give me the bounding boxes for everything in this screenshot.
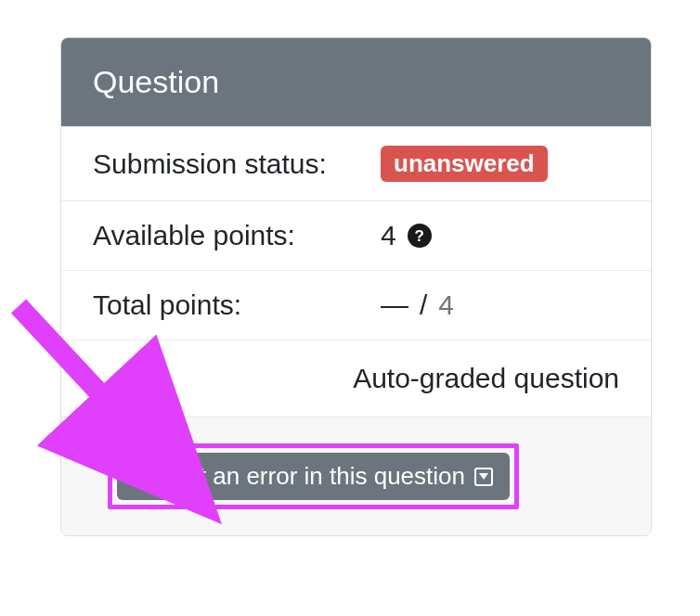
total-points-slash: / (420, 289, 427, 321)
total-points-dash: — (381, 289, 408, 321)
available-points-label: Available points: (93, 220, 381, 251)
auto-graded-row: Auto-graded question (61, 340, 651, 417)
submission-status-value: unanswered (381, 146, 548, 182)
total-points-row: Total points: — /4 (61, 270, 651, 340)
auto-graded-text: Auto-graded question (353, 363, 619, 393)
total-points-value: — /4 (381, 289, 454, 321)
submission-status-row: Submission status: unanswered (61, 126, 651, 200)
status-badge: unanswered (381, 146, 548, 182)
report-error-button[interactable]: Report an error in this question (117, 453, 510, 500)
question-card: Question Submission status: unanswered A… (60, 37, 652, 536)
caret-down-icon (474, 468, 493, 486)
submission-status-label: Submission status: (93, 148, 381, 180)
card-footer: Report an error in this question (61, 417, 651, 535)
report-highlight-box: Report an error in this question (108, 443, 519, 509)
card-header: Question (61, 38, 651, 126)
card-title: Question (93, 64, 219, 99)
total-points-label: Total points: (93, 289, 381, 321)
available-points-number: 4 (381, 220, 396, 251)
report-error-label: Report an error in this question (134, 462, 465, 491)
total-points-max: 4 (438, 289, 454, 321)
help-icon[interactable]: ? (408, 224, 432, 248)
available-points-row: Available points: 4 ? (61, 200, 651, 270)
available-points-value: 4 ? (381, 220, 432, 251)
